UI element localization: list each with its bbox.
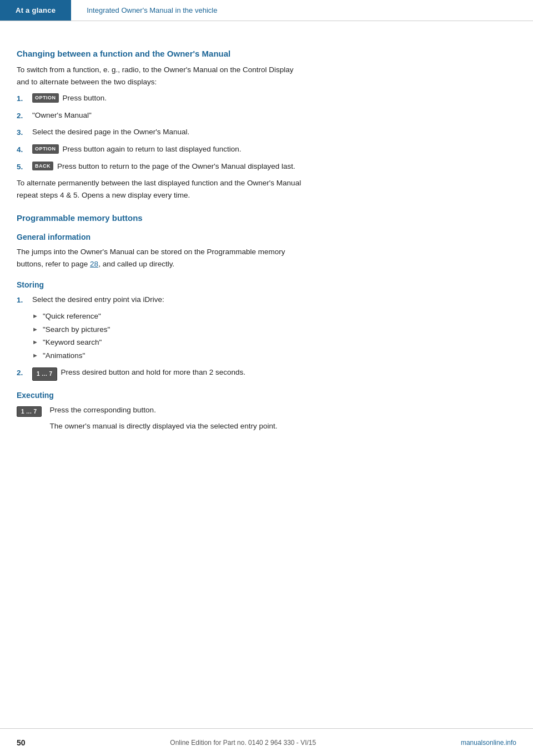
list-item: ► "Keyword search" xyxy=(32,336,305,349)
sub-item-4: "Animations" xyxy=(43,350,85,362)
list-item: ► "Quick reference" xyxy=(32,310,305,322)
executing-text-col: Press the corresponding button. The owne… xyxy=(50,404,305,437)
step-content: OPTION Press button. xyxy=(32,92,305,104)
sub-item-2: "Search by pictures" xyxy=(43,324,110,336)
sub-item-3: "Keyword search" xyxy=(43,336,102,349)
page-link[interactable]: 28 xyxy=(90,260,98,268)
list-item: 3. Select the desired page in the Owner'… xyxy=(17,126,305,139)
section3-heading: General information xyxy=(17,233,305,241)
list-item: 2. 1 ... 7 Press desired button and hold… xyxy=(17,366,305,381)
step2-text: "Owner's Manual" xyxy=(32,109,92,122)
tab-inactive-label: Integrated Owner's Manual in the vehicle xyxy=(87,6,217,14)
arrow-icon: ► xyxy=(32,350,38,361)
executing-line1: Press the corresponding button. xyxy=(50,404,305,416)
tab-integrated-manual[interactable]: Integrated Owner's Manual in the vehicle xyxy=(71,0,233,21)
option-button-icon: OPTION xyxy=(32,93,59,103)
step-number: 4. xyxy=(17,143,32,156)
step-content: "Owner's Manual" xyxy=(32,109,305,122)
storing-step2-list: 2. 1 ... 7 Press desired button and hold… xyxy=(17,366,305,381)
arrow-icon: ► xyxy=(32,336,38,347)
step-content: BACK Press button to return to the page … xyxy=(32,160,305,173)
step5-text: Press button to return to the page of th… xyxy=(57,160,295,173)
list-item: ► "Animations" xyxy=(32,350,305,362)
list-item: 5. BACK Press button to return to the pa… xyxy=(17,160,305,173)
list-item: 2. "Owner's Manual" xyxy=(17,109,305,122)
list-item: 1. OPTION Press button. xyxy=(17,92,305,105)
step1-text: Press button. xyxy=(63,92,107,104)
option-button-icon-2: OPTION xyxy=(32,144,59,154)
section4-heading: Storing xyxy=(17,280,305,289)
footer-right-text: manualsonline.info xyxy=(461,739,516,747)
executing-block: 1 ... 7 Press the corresponding button. … xyxy=(17,404,305,437)
step-content: 1 ... 7 Press desired button and hold fo… xyxy=(32,366,305,381)
arrow-icon: ► xyxy=(32,324,38,335)
executing-icon-col: 1 ... 7 xyxy=(17,404,50,417)
step-number: 2. xyxy=(17,366,32,379)
section1-footer-text: To alternate permanently between the las… xyxy=(17,177,305,201)
section2-heading: Programmable memory buttons xyxy=(17,213,305,223)
storing-steps-list: 1. Select the desired entry point via iD… xyxy=(17,294,305,306)
page-header: At a glance Integrated Owner's Manual in… xyxy=(0,0,533,21)
section3-text2: , and called up directly. xyxy=(98,260,174,268)
page-footer: 50 Online Edition for Part no. 0140 2 96… xyxy=(0,728,533,756)
executing-line2: The owner's manual is directly displayed… xyxy=(50,420,305,432)
step3-text: Select the desired page in the Owner's M… xyxy=(32,126,189,138)
list-item: 4. OPTION Press button again to return t… xyxy=(17,143,305,156)
step-content: Select the desired page in the Owner's M… xyxy=(32,126,305,138)
section3-text: The jumps into the Owner's Manual can be… xyxy=(17,246,305,270)
list-item: 1. Select the desired entry point via iD… xyxy=(17,294,305,306)
section1-steps-list: 1. OPTION Press button. 2. "Owner's Manu… xyxy=(17,92,305,173)
arrow-icon: ► xyxy=(32,310,38,321)
executing-memory-button-icon: 1 ... 7 xyxy=(17,406,42,417)
page-number: 50 xyxy=(17,738,26,747)
footer-center-text: Online Edition for Part no. 0140 2 964 3… xyxy=(170,739,316,747)
step-number: 2. xyxy=(17,109,32,122)
list-item: ► "Search by pictures" xyxy=(32,324,305,336)
storing-step1-text: Select the desired entry point via iDriv… xyxy=(32,294,164,306)
section1-heading: Changing between a function and the Owne… xyxy=(17,49,305,58)
step-number: 3. xyxy=(17,126,32,139)
step-content: Select the desired entry point via iDriv… xyxy=(32,294,305,306)
section1-intro: To switch from a function, e. g., radio,… xyxy=(17,64,305,88)
main-content: Changing between a function and the Owne… xyxy=(0,21,322,485)
sub-items-list: ► "Quick reference" ► "Search by picture… xyxy=(32,310,305,361)
step4-text: Press button again to return to last dis… xyxy=(63,143,242,155)
step-number: 1. xyxy=(17,294,32,306)
back-button-icon: BACK xyxy=(32,162,53,171)
storing-step2-text: Press desired button and hold for more t… xyxy=(61,366,245,379)
step-number: 5. xyxy=(17,160,32,173)
tab-active-label: At a glance xyxy=(16,6,56,14)
memory-button-icon: 1 ... 7 xyxy=(32,367,57,381)
sub-item-1: "Quick reference" xyxy=(43,310,101,322)
tab-at-a-glance[interactable]: At a glance xyxy=(0,0,71,21)
section2-container: Programmable memory buttons xyxy=(17,213,305,223)
step-content: OPTION Press button again to return to l… xyxy=(32,143,305,155)
section5-heading: Executing xyxy=(17,391,305,400)
step-number: 1. xyxy=(17,92,32,105)
